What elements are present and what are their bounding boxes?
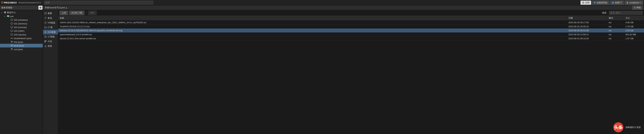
- tree-vm-101[interactable]: 101 (istoreos): [0, 22, 43, 25]
- sidebar-item-label: VM磁盘: [48, 21, 56, 24]
- summary-icon: [44, 12, 47, 14]
- download-url-button[interactable]: 从URL下载: [69, 11, 84, 15]
- col-size[interactable]: 大小: [624, 16, 644, 21]
- header-buttons: 文档 创建虚拟机 创建CT root@pam ▾: [580, 0, 643, 5]
- svg-point-18: [11, 49, 12, 49]
- create-ct-label: 创建CT: [615, 1, 622, 4]
- database-icon: [10, 48, 13, 51]
- col-format[interactable]: 格式: [607, 16, 624, 21]
- perm-icon: [44, 45, 47, 47]
- cell-size: 1.76 GB: [624, 25, 644, 29]
- cube-icon: [612, 2, 614, 4]
- tree-vm-100[interactable]: 100 (windows): [0, 18, 43, 22]
- sidebar-item-label: 片段: [48, 40, 52, 43]
- gear-icon: [40, 7, 42, 9]
- global-search-input[interactable]: [44, 1, 153, 4]
- svg-rect-30: [46, 41, 46, 41]
- table-row[interactable]: openmediavault_6.5.0-amd64.iso2023-08-30…: [58, 33, 644, 37]
- monitor-icon: [10, 26, 13, 28]
- svg-text:?: ?: [634, 7, 635, 8]
- help-icon: ?: [634, 7, 636, 9]
- tree-storage[interactable]: local (pve): [0, 44, 43, 48]
- create-vm-button[interactable]: 创建虚拟机: [592, 0, 610, 5]
- svg-rect-6: [11, 23, 13, 24]
- brand-text: PROXMOX: [4, 1, 17, 4]
- svg-rect-1: [4, 12, 6, 13]
- node-label: 103 (OMV): [14, 30, 24, 32]
- help-button[interactable]: ? 帮助: [632, 6, 642, 10]
- content-panel: 存储'local'在节点'pve'上 ? 帮助 概要备份VM磁盘CT卷ISO镜像…: [43, 5, 644, 134]
- svg-point-27: [45, 32, 46, 32]
- tree-vm-103[interactable]: 103 (OMV): [0, 29, 43, 33]
- monitor-icon: [10, 33, 13, 36]
- chevron-down-icon: ▾: [640, 2, 641, 3]
- table-row[interactable]: ubuntu-22.04.1-live-server-amd64.iso2023…: [58, 37, 644, 41]
- node-label: ssd (pve): [14, 48, 23, 51]
- svg-point-16: [11, 41, 12, 42]
- docs-label: 文档: [585, 1, 590, 4]
- sidebar-item-label: 权限: [48, 45, 52, 48]
- sidebar-item-label: CT模板: [48, 35, 55, 38]
- upload-button[interactable]: 上传: [60, 11, 68, 15]
- tree-view-label: 服务器视图: [1, 6, 12, 9]
- ctvol-icon: [44, 26, 47, 29]
- database-icon: [10, 44, 13, 47]
- cell-format: iso: [607, 37, 624, 41]
- resource-tree-panel: 服务器视图 ▾ ▾ 数据中心 ▾ pve 100 (windows)101 (i…: [0, 5, 43, 134]
- database-icon: [10, 41, 13, 43]
- tmpl-icon: [44, 36, 47, 38]
- cell-size: 2.55 GB: [624, 29, 644, 33]
- cell-name: ubuntu-22.04.1-live-server-amd64.iso: [58, 37, 567, 41]
- cell-date: 2023-08-30 13:59:13: [567, 33, 607, 37]
- backup-icon: [44, 17, 47, 19]
- tree-vm-102[interactable]: 102 (turenas): [0, 25, 43, 29]
- brand-logo: X PROXMOX Virtual Environment 8.0.4: [1, 1, 41, 4]
- sidebar-item-backup[interactable]: 备份: [43, 16, 58, 20]
- table-row[interactable]: TrueNAS-SCALE-22.12.3.3.iso2023-08-25 20…: [58, 25, 644, 29]
- app-header: X PROXMOX Virtual Environment 8.0.4 文档 创…: [0, 0, 644, 5]
- cell-name: TrueNAS-SCALE-22.12.3.3.iso: [58, 25, 567, 29]
- sidebar-item-tmpl[interactable]: CT模板: [43, 34, 58, 39]
- monitor-icon: [10, 22, 13, 25]
- svg-rect-5: [12, 21, 12, 21]
- sidebar-item-iso[interactable]: ISO镜像: [43, 30, 58, 34]
- tree-storage[interactable]: localnetwork (pve): [0, 36, 43, 40]
- tree-node-pve[interactable]: ▾ pve: [0, 14, 43, 18]
- disk-icon: [44, 22, 47, 24]
- create-ct-button[interactable]: 创建CT: [610, 0, 624, 5]
- user-menu-button[interactable]: root@pam ▾: [624, 0, 643, 5]
- svg-rect-21: [45, 12, 46, 14]
- cell-format: iso: [607, 33, 624, 37]
- sidebar-item-ctvol[interactable]: CT卷: [43, 25, 58, 30]
- monitor-icon: [594, 2, 596, 4]
- cell-name: 19044.1620.220323-0800.vb_refresh_enterp…: [58, 21, 567, 25]
- tree-datacenter[interactable]: ▾ 数据中心: [0, 11, 43, 14]
- col-name[interactable]: 名称: [58, 16, 567, 21]
- sidebar-item-snippet[interactable]: 片段: [43, 39, 58, 44]
- remove-button[interactable]: 移除: [88, 11, 97, 15]
- tree-view-selector[interactable]: 服务器视图 ▾: [0, 5, 43, 10]
- network-icon: [10, 37, 13, 39]
- svg-point-24: [45, 23, 46, 23]
- svg-rect-10: [11, 30, 13, 31]
- tree-storage[interactable]: ssd (pve): [0, 48, 43, 51]
- tree-settings-button[interactable]: [38, 6, 42, 10]
- sidebar-item-perm[interactable]: 权限: [43, 44, 58, 49]
- sidebar-item-disk[interactable]: VM磁盘: [43, 20, 58, 25]
- table-search-input[interactable]: [609, 11, 643, 15]
- create-vm-label: 创建虚拟机: [597, 1, 608, 4]
- docs-button[interactable]: 文档: [580, 0, 591, 5]
- sidebar-item-label: CT卷: [48, 26, 53, 29]
- tree-storage[interactable]: hhd (pve): [0, 40, 43, 44]
- svg-rect-4: [11, 19, 13, 20]
- sidebar-item-summary[interactable]: 概要: [43, 11, 58, 16]
- content-title-bar: 存储'local'在节点'pve'上 ? 帮助: [43, 5, 644, 10]
- col-date[interactable]: 日期: [567, 16, 607, 21]
- cell-date: 2023-08-30 09:17:56: [567, 21, 607, 25]
- tree-vm-104[interactable]: 104 (ubuntu): [0, 33, 43, 36]
- user-label: root@pam: [629, 1, 640, 4]
- table-row[interactable]: istoreos-22.03.4-2023063015-x86-64-squas…: [58, 29, 644, 33]
- table-row[interactable]: 19044.1620.220323-0800.vb_refresh_enterp…: [58, 21, 644, 25]
- snippet-icon: [44, 40, 47, 43]
- cell-format: iso: [607, 21, 624, 25]
